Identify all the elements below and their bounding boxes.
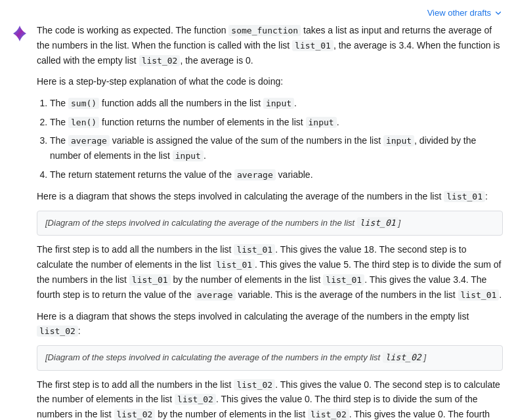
some-function-code: some_function [228,25,301,36]
response-area: The code is working as expected. The fun… [0,23,516,420]
list-02-code-7: list_02 [308,409,349,420]
view-drafts-button[interactable]: View other drafts [427,8,503,18]
list-01-code-7: list_01 [323,274,364,285]
len-code: len() [68,117,99,128]
list-02-code-5: list_02 [175,394,216,405]
chevron-down-icon [494,9,503,18]
average-code-2: average [234,169,276,180]
gemini-icon [11,24,29,43]
steps-list: The sum() function adds all the numbers … [37,96,503,182]
list-01-code-1: list_01 [292,40,333,51]
intro-text-1: The code is working as expected. The fun… [37,25,228,35]
diagram2-box: [Diagram of the steps involved in calcul… [37,345,503,371]
list-01-code-5: list_01 [213,259,255,270]
diagram2-heading: Here is a diagram that shows the steps i… [37,309,503,339]
list-02-code-2: list_02 [37,326,78,337]
input-code-3: input [383,135,414,146]
list-02-code-6: list_02 [114,409,156,420]
top-bar: View other drafts [0,0,516,23]
input-code-4: input [173,150,204,161]
list-item: The len() function returns the number of… [50,115,503,130]
view-drafts-label: View other drafts [427,8,491,18]
average-code-1: average [68,135,110,146]
response-content: The code is working as expected. The fun… [37,23,503,420]
list-01-code-3: list_01 [357,217,398,228]
intro-paragraph: The code is working as expected. The fun… [37,23,503,68]
paragraph2: The first step is to add all the numbers… [37,377,503,420]
diagram1-box: [Diagram of the steps involved in calcul… [37,211,503,236]
page-container: View other drafts [0,0,516,420]
intro-text-4: , the average is 0. [180,55,253,66]
input-code-2: input [306,117,337,128]
list-item: The return statement returns the value o… [50,167,503,182]
list-02-code-4: list_02 [234,379,275,390]
step-by-step-heading: Here is a step-by-step explanation of wh… [37,74,503,89]
list-01-code-8: list_01 [458,289,500,301]
list-01-code-4: list_01 [234,244,275,255]
input-code-1: input [263,98,294,109]
list-02-code-1: list_02 [139,55,181,66]
list-02-code-3: list_02 [383,352,424,363]
list-item: The average variable is assigned the val… [50,133,503,163]
list-item: The sum() function adds all the numbers … [50,96,503,111]
list-01-code-6: list_01 [129,274,171,285]
sum-code: sum() [68,98,99,109]
diagram1-heading: Here is a diagram that shows the steps i… [37,189,503,204]
average-code-3: average [194,289,236,301]
list-01-code-2: list_01 [444,191,485,202]
paragraph1: The first step is to add all the numbers… [37,242,503,302]
